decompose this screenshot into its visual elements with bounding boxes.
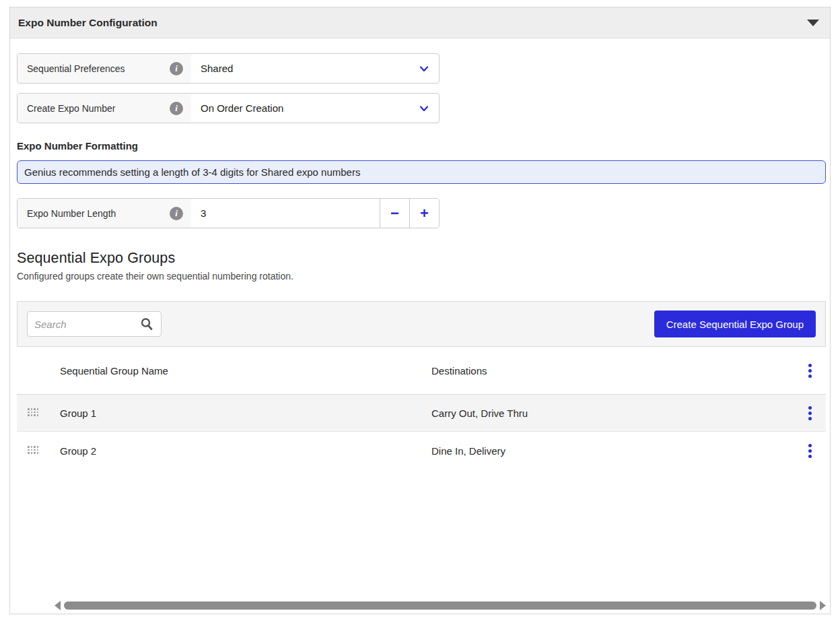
create-expo-number-value: On Order Creation	[191, 94, 417, 123]
groups-toolbar: Create Sequential Expo Group	[17, 301, 826, 347]
scroll-left-arrow-icon[interactable]	[55, 601, 61, 610]
group-destinations: Carry Out, Drive Thru	[431, 408, 794, 419]
drag-handle-icon[interactable]	[28, 446, 40, 455]
create-expo-number-select[interactable]: Create Expo Number i On Order Creation	[17, 93, 440, 123]
sequential-preferences-label-cell: Sequential Preferences i	[18, 54, 191, 83]
groups-table-header: Sequential Group Name Destinations	[17, 347, 826, 394]
sequential-expo-groups-heading: Sequential Expo Groups	[17, 250, 825, 267]
scrollbar-thumb[interactable]	[64, 602, 816, 610]
genius-recommendation-banner: Genius recommends setting a length of 3-…	[17, 160, 826, 184]
table-kebab-menu-icon[interactable]	[803, 362, 816, 379]
chevron-down-icon	[417, 94, 431, 123]
panel-content: Sequential Preferences i Shared Create E…	[10, 38, 830, 469]
expo-number-length-label-cell: Expo Number Length i	[18, 199, 191, 228]
create-expo-number-label: Create Expo Number	[27, 103, 116, 114]
table-row: Group 1 Carry Out, Drive Thru	[17, 394, 826, 432]
panel-header: Expo Number Configuration	[10, 7, 830, 38]
drag-handle-icon[interactable]	[28, 408, 40, 418]
search-icon[interactable]	[139, 317, 154, 331]
sequential-expo-groups-subheading: Configured groups create their own seque…	[17, 271, 825, 282]
expo-number-configuration-panel: Expo Number Configuration Sequential Pre…	[9, 7, 831, 614]
panel-title: Expo Number Configuration	[18, 17, 158, 29]
scroll-right-arrow-icon[interactable]	[820, 601, 826, 610]
group-destinations: Dine In, Delivery	[431, 445, 794, 457]
group-name: Group 1	[60, 408, 431, 419]
table-row: Group 2 Dine In, Delivery	[17, 432, 826, 469]
expo-number-formatting-heading: Expo Number Formatting	[17, 140, 825, 152]
row-kebab-menu-icon[interactable]	[803, 404, 816, 422]
info-icon[interactable]: i	[170, 62, 183, 75]
increment-button[interactable]: +	[409, 199, 439, 228]
column-header-sequential-group-name: Sequential Group Name	[60, 365, 431, 377]
sequential-preferences-label: Sequential Preferences	[27, 63, 125, 74]
collapse-chevron-icon[interactable]	[807, 20, 819, 26]
expo-number-length-value[interactable]: 3	[191, 199, 380, 228]
column-header-destinations: Destinations	[431, 365, 794, 377]
sequential-preferences-select[interactable]: Sequential Preferences i Shared	[17, 53, 440, 84]
search-input[interactable]	[34, 319, 139, 330]
horizontal-scrollbar	[55, 600, 826, 611]
group-name: Group 2	[60, 445, 431, 457]
info-icon[interactable]: i	[170, 102, 183, 115]
sequential-preferences-value: Shared	[191, 54, 417, 83]
row-kebab-menu-icon[interactable]	[803, 442, 816, 459]
chevron-down-icon	[417, 54, 431, 83]
create-sequential-expo-group-button[interactable]: Create Sequential Expo Group	[654, 311, 816, 337]
expo-number-length-field: Expo Number Length i 3 − +	[17, 198, 440, 228]
info-icon[interactable]: i	[170, 207, 183, 220]
decrement-button[interactable]: −	[380, 199, 409, 228]
expo-number-length-label: Expo Number Length	[27, 208, 116, 219]
search-box	[27, 311, 162, 337]
create-expo-number-label-cell: Create Expo Number i	[18, 94, 191, 123]
